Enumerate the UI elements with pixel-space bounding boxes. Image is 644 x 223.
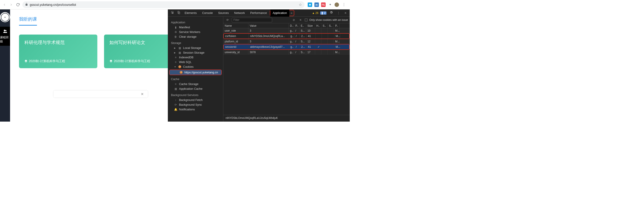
close-devtools-icon[interactable]: ✕: [343, 12, 348, 15]
cell-ss: [328, 39, 334, 44]
extension-icon[interactable]: m: [314, 3, 319, 7]
kebab-icon[interactable]: ⋮: [336, 12, 341, 15]
table-row[interactable]: university_id3078g../S...17M...: [223, 50, 350, 55]
col-expires[interactable]: E..: [300, 23, 306, 28]
gear-icon[interactable]: [328, 11, 334, 15]
close-icon: ✕: [141, 92, 144, 96]
cell-e: 2...: [300, 44, 306, 49]
address-bar[interactable]: gsscut.yuketang.cn/pro/courselist ☆: [22, 1, 304, 8]
section-title: Storage: [168, 40, 223, 46]
col-name[interactable]: Name: [223, 23, 248, 28]
table-row[interactable]: sessionidakbmaycdtkeoe13cjyaya97...g../2…: [224, 44, 349, 49]
col-domain[interactable]: D..: [289, 23, 294, 28]
tab-sources[interactable]: Sources: [216, 10, 231, 17]
cell-h: [315, 50, 321, 55]
course-name: 科研伦理与学术规范: [24, 40, 92, 46]
url-text: gsscut.yuketang.cn/pro/courselist: [30, 3, 297, 7]
device-icon[interactable]: [176, 11, 182, 15]
warnings-badge[interactable]: ▲ 26: [312, 12, 318, 15]
tree-item-bg-sync[interactable]: ⟳Background Sync: [168, 102, 223, 107]
popup-close[interactable]: ✕: [54, 91, 148, 97]
cell-name: csrftoken: [224, 34, 249, 38]
infos-badge[interactable]: ❚ 2: [320, 12, 326, 15]
col-value[interactable]: Value: [248, 23, 289, 28]
svg-point-0: [4, 30, 5, 31]
tree-item-service-workers[interactable]: ⚙Service Workers: [168, 30, 223, 34]
block-icon[interactable]: ⊘: [291, 18, 296, 22]
svg-point-1: [5, 30, 6, 31]
devtools-tabs: Elements Console Sources Network Perform…: [168, 10, 350, 17]
page-title[interactable]: 我听的课: [19, 16, 37, 26]
extension-icon[interactable]: ◆: [308, 3, 312, 7]
tree-item-cache-storage[interactable]: ≡Cache Storage: [168, 82, 223, 86]
refresh-icon[interactable]: ⟳: [225, 18, 230, 22]
more-tabs-icon[interactable]: »: [289, 11, 294, 15]
tab-console[interactable]: Console: [200, 10, 215, 17]
tab-performance[interactable]: Performance: [248, 10, 269, 17]
clear-icon[interactable]: ✕: [298, 18, 303, 22]
col-samesite[interactable]: S..: [328, 23, 334, 28]
col-secure[interactable]: S..: [321, 23, 328, 28]
col-priority[interactable]: P..: [334, 23, 340, 28]
only-issues-checkbox[interactable]: [305, 19, 308, 21]
bell-icon: 🔔: [174, 108, 177, 111]
cell-size: 12: [306, 39, 315, 44]
tree-item-manifest[interactable]: ▮Manifest: [168, 25, 223, 30]
tab-elements[interactable]: Elements: [182, 10, 199, 17]
extension-icon[interactable]: FE: [321, 3, 326, 7]
section-title: Application: [168, 20, 223, 25]
trash-icon: 🗑: [174, 35, 177, 38]
application-sidebar: Application ▮Manifest ⚙Service Workers 🗑…: [168, 17, 223, 122]
tree-item-bg-fetch[interactable]: ↕Background Fetch: [168, 97, 223, 102]
table-row[interactable]: csrftokenniNYDSbLOmoUMQoqRLa...g../2...4…: [224, 34, 349, 39]
tree-item-local-storage[interactable]: ▶▦Local Storage: [168, 46, 223, 50]
cell-p: /: [294, 34, 300, 38]
chevron-right-icon: ▶: [174, 52, 176, 54]
table-row[interactable]: platform_id3g../S...12M...: [223, 39, 350, 44]
cell-value: akbmaycdtkeoe13cjyaya97...: [249, 44, 289, 49]
sync-icon: ⟳: [174, 103, 177, 106]
tab-network[interactable]: Network: [232, 10, 248, 17]
storage-icon: ▦: [178, 51, 181, 54]
course-sub: 2020秋-计算机科学与工程: [24, 59, 92, 63]
section-title: Background Services: [168, 92, 223, 97]
fetch-icon: ↕: [174, 98, 177, 102]
cell-e: S...: [300, 28, 306, 33]
col-httponly[interactable]: H..: [315, 23, 321, 28]
nav-reload-button[interactable]: [15, 2, 20, 8]
db-icon: ▦: [174, 87, 177, 90]
sidebar-item-courses[interactable]: 课程班级: [0, 27, 10, 46]
course-card[interactable]: 科研伦理与学术规范 2020秋-计算机科学与工程: [19, 35, 97, 68]
cell-h: [315, 28, 321, 33]
cookie-toolbar: ⟳ ⊘ ✕ Only show cookies with an issue: [223, 17, 350, 23]
cell-value: niNYDSbLOmoUMQoqRLa...: [249, 34, 289, 38]
tab-application[interactable]: Application: [270, 10, 290, 17]
col-path[interactable]: P..: [294, 23, 300, 28]
cell-s: [321, 39, 328, 44]
cell-ss: [328, 34, 334, 38]
tree-item-app-cache[interactable]: ▦Application Cache: [168, 86, 223, 91]
table-row[interactable]: user_role3g../S...10M...: [223, 28, 350, 33]
cell-e: S...: [300, 39, 306, 44]
users-icon: [3, 29, 8, 35]
nav-forward-button[interactable]: [8, 2, 14, 8]
tree-item-websql[interactable]: ≡Web SQL: [168, 60, 223, 64]
tree-item-cookies[interactable]: ▼🍪Cookies: [168, 64, 223, 69]
browser-menu-icon[interactable]: ⋮: [341, 2, 346, 8]
tree-item-indexeddb[interactable]: ≡IndexedDB: [168, 55, 223, 60]
extensions-menu-icon[interactable]: ✦: [328, 3, 332, 7]
col-size[interactable]: Size: [306, 23, 315, 28]
tree-item-clear-storage[interactable]: 🗑Clear storage: [168, 34, 223, 39]
tree-item-session-storage[interactable]: ▶▦Session Storage: [168, 50, 223, 55]
bookmark-star-icon[interactable]: ☆: [299, 3, 302, 7]
profile-avatar[interactable]: [334, 3, 339, 7]
tree-item-notifications[interactable]: 🔔Notifications: [168, 107, 223, 112]
cell-p: /: [294, 28, 300, 33]
cell-pr: M...: [334, 28, 340, 33]
filter-input[interactable]: [232, 18, 272, 22]
cell-p: /: [294, 50, 300, 55]
inspect-icon[interactable]: [170, 11, 176, 15]
tree-item-cookie-origin[interactable]: 🍪https://gsscut.yuketang.cn: [170, 70, 221, 75]
app-logo[interactable]: ●: [0, 12, 10, 22]
nav-back-button[interactable]: [2, 2, 7, 8]
